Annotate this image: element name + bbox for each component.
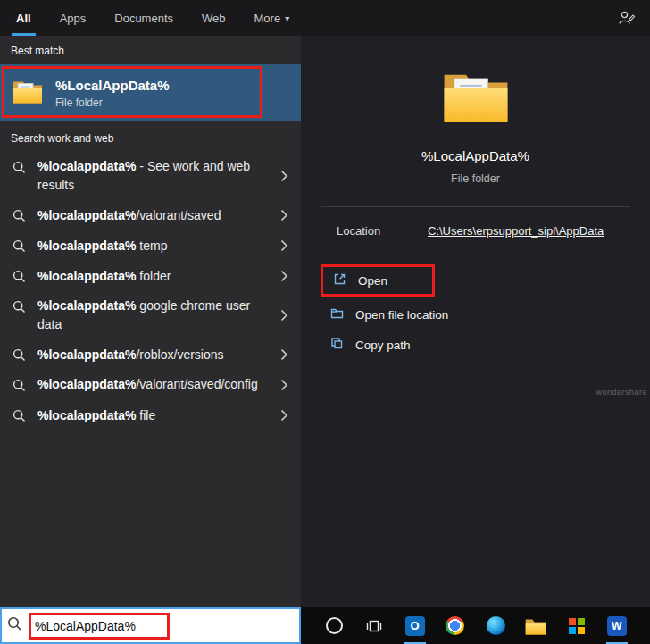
chevron-right-icon[interactable] bbox=[275, 236, 294, 255]
results-panel: Best match %LocalAppData% bbox=[0, 36, 301, 607]
chevron-right-icon[interactable] bbox=[275, 266, 294, 286]
search-icon bbox=[12, 270, 26, 283]
feedback-icon[interactable] bbox=[618, 10, 636, 26]
search-icon bbox=[12, 348, 26, 362]
preview-subtitle: File folder bbox=[451, 172, 500, 185]
suggestion-row[interactable]: %localappdata%/roblox/versions bbox=[0, 339, 301, 370]
taskbar-search-input[interactable]: %LocalAppData% bbox=[0, 607, 301, 644]
action-list: Open Open file location bbox=[321, 255, 630, 360]
folder-icon bbox=[442, 68, 510, 127]
best-match-title: %LocalAppData% bbox=[55, 78, 170, 93]
open-file-location-icon bbox=[329, 305, 345, 323]
outlook-icon[interactable]: O bbox=[401, 607, 429, 644]
suggestion-row[interactable]: %localappdata%/valorant/saved/config bbox=[0, 370, 301, 400]
best-match-header: Best match bbox=[0, 36, 301, 64]
tab-all[interactable]: All bbox=[14, 0, 33, 36]
microsoft-logo-icon[interactable] bbox=[562, 607, 591, 644]
text-cursor bbox=[137, 619, 138, 633]
chevron-right-icon[interactable] bbox=[275, 166, 294, 186]
best-match-item[interactable]: %LocalAppData% File folder bbox=[0, 64, 301, 121]
tab-apps[interactable]: Apps bbox=[58, 0, 88, 36]
open-file-location-action[interactable]: Open file location bbox=[321, 299, 630, 330]
chevron-right-icon[interactable] bbox=[275, 375, 294, 395]
chevron-down-icon: ▾ bbox=[285, 13, 289, 23]
location-label: Location bbox=[337, 224, 428, 238]
cortana-icon[interactable] bbox=[320, 607, 348, 644]
copy-path-label: Copy path bbox=[355, 339, 411, 352]
annotation-box-search-text: %LocalAppData% bbox=[29, 613, 170, 640]
search-query-text: %LocalAppData% bbox=[35, 619, 136, 633]
suggestion-row[interactable]: %localappdata% file bbox=[0, 400, 301, 431]
taskbar: %LocalAppData% O bbox=[0, 607, 650, 644]
watermark: wondershare bbox=[596, 388, 647, 397]
search-icon bbox=[12, 161, 26, 174]
file-explorer-icon[interactable] bbox=[521, 607, 550, 644]
taskbar-icons: O W bbox=[301, 607, 650, 644]
tab-documents[interactable]: Documents bbox=[112, 0, 175, 36]
chevron-right-icon[interactable] bbox=[275, 345, 294, 364]
open-action[interactable]: Open bbox=[321, 264, 435, 297]
copy-path-icon bbox=[329, 336, 345, 354]
edge-icon[interactable] bbox=[481, 607, 510, 644]
open-action-label: Open bbox=[358, 274, 388, 288]
location-row: Location C:\Users\erpsupport_sipl\AppDat… bbox=[321, 207, 630, 255]
suggestion-row[interactable]: %localappdata% folder bbox=[0, 261, 301, 291]
chevron-right-icon[interactable] bbox=[275, 205, 294, 225]
best-match-subtitle: File folder bbox=[55, 96, 170, 109]
search-tab-bar: All Apps Documents Web More ▾ bbox=[0, 0, 650, 36]
open-file-location-label: Open file location bbox=[355, 308, 448, 322]
word-icon[interactable]: W bbox=[603, 607, 631, 644]
suggestion-row[interactable]: %localappdata% google chrome user data bbox=[0, 291, 301, 339]
tab-web[interactable]: Web bbox=[200, 0, 228, 36]
chevron-right-icon[interactable] bbox=[275, 305, 294, 325]
copy-path-action[interactable]: Copy path bbox=[321, 330, 630, 360]
search-icon bbox=[12, 239, 26, 253]
search-icon bbox=[7, 616, 22, 635]
task-view-icon[interactable] bbox=[360, 607, 388, 644]
folder-icon bbox=[12, 79, 43, 107]
search-work-web-header: Search work and web bbox=[0, 121, 301, 152]
chrome-icon[interactable] bbox=[441, 607, 470, 644]
open-icon bbox=[332, 272, 347, 289]
search-icon bbox=[12, 409, 26, 422]
search-icon bbox=[12, 379, 26, 392]
windows-search-flyout: All Apps Documents Web More ▾ Best match bbox=[0, 0, 650, 644]
search-icon bbox=[12, 209, 26, 222]
search-icon bbox=[12, 300, 26, 314]
suggestion-row[interactable]: %localappdata% temp bbox=[0, 230, 301, 261]
location-link[interactable]: C:\Users\erpsupport_sipl\AppData bbox=[428, 224, 604, 238]
search-results-area: Best match %LocalAppData% bbox=[0, 36, 650, 607]
suggestion-row[interactable]: %localappdata% - See work and web result… bbox=[0, 152, 301, 200]
suggestion-row[interactable]: %localappdata%/valorant/saved bbox=[0, 200, 301, 230]
preview-title: %LocalAppData% bbox=[421, 148, 529, 163]
preview-panel: %LocalAppData% File folder Location C:\U… bbox=[301, 36, 650, 607]
tab-more[interactable]: More ▾ bbox=[253, 0, 292, 36]
chevron-right-icon[interactable] bbox=[275, 406, 294, 425]
